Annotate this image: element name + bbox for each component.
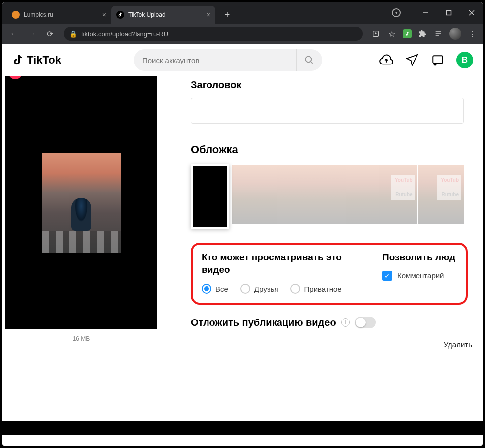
url-text: tiktok.com/upload?lang=ru-RU [81, 30, 168, 38]
radio-icon [290, 284, 300, 294]
radio-icon [240, 284, 250, 294]
lock-icon: 🔒 [69, 30, 77, 38]
reload-button[interactable]: ⟳ [42, 26, 58, 42]
delete-button[interactable]: Удалить [444, 340, 472, 349]
tiktok-header: TikTok В [2, 44, 483, 76]
checkbox-label: Комментарий [397, 271, 444, 280]
tiktok-logo[interactable]: TikTok [12, 54, 61, 66]
account-button[interactable]: ▾ [392, 8, 401, 17]
radio-label: Приватное [304, 285, 342, 293]
cover-strip: YouTub Rutube YouTub Rutube [191, 165, 464, 228]
checkbox-icon: ✓ [382, 271, 392, 281]
menu-icon[interactable]: ⋮ [465, 27, 479, 41]
live-indicator-icon [8, 76, 22, 79]
video-preview-pane: 16 MB [2, 76, 161, 446]
watermark-youtube: YouTub [441, 177, 459, 183]
browser-tab-lumpics[interactable]: Lumpics.ru × [7, 6, 111, 24]
file-size-label: 16 MB [73, 335, 90, 342]
forward-button[interactable]: → [24, 26, 40, 42]
svg-point-8 [306, 57, 312, 63]
allow-section: Позволить люд ✓ Комментарий [382, 252, 457, 294]
privacy-heading: Кто может просматривать это видео [202, 252, 367, 276]
search-box [134, 49, 322, 71]
browser-window: Lumpics.ru × TikTok Upload × + ▾ ← → ⟳ 🔒… [0, 0, 485, 448]
user-avatar[interactable]: В [456, 52, 473, 68]
favicon-lumpics [12, 11, 20, 19]
upload-form: Заголовок Обложка YouTub Rutube YouTub R… [161, 76, 483, 446]
title-label: Заголовок [191, 79, 483, 91]
minimize-button[interactable] [415, 5, 437, 21]
header-actions: В [379, 52, 473, 68]
cover-frame[interactable] [232, 165, 278, 224]
svg-line-9 [311, 62, 313, 64]
svg-rect-10 [433, 56, 443, 63]
privacy-section: Кто может просматривать это видео Все Др… [202, 252, 367, 294]
extensions-icon[interactable] [416, 27, 429, 41]
close-icon[interactable]: × [102, 11, 106, 19]
title-input[interactable] [191, 98, 464, 124]
search-button[interactable] [296, 49, 322, 71]
privacy-option-all[interactable]: Все [202, 284, 228, 294]
reading-list-icon[interactable] [431, 27, 445, 41]
schedule-row: Отложить публикацию видео i [191, 317, 483, 328]
privacy-options: Все Друзья Приватное [202, 284, 367, 294]
upload-content: 16 MB Заголовок Обложка YouTub Rutube Yo… [2, 76, 483, 446]
inbox-icon[interactable] [430, 53, 445, 67]
window-controls: ▾ [392, 2, 483, 24]
bottom-bar [2, 421, 483, 435]
watermark-rutube: Rutube [395, 192, 412, 197]
cover-frame[interactable] [278, 165, 324, 224]
close-icon[interactable]: × [207, 11, 210, 19]
svg-rect-1 [447, 11, 451, 15]
browser-addressbar: ← → ⟳ 🔒 tiktok.com/upload?lang=ru-RU ☆ ⋮ [2, 24, 483, 44]
messages-icon[interactable] [405, 53, 419, 67]
privacy-highlight-box: Кто может просматривать это видео Все Др… [191, 243, 468, 305]
tab-title: Lumpics.ru [24, 11, 98, 18]
new-tab-button[interactable]: + [220, 8, 234, 22]
cover-frame[interactable]: YouTub Rutube [371, 165, 417, 224]
brand-text: TikTok [27, 54, 61, 66]
schedule-toggle[interactable] [355, 317, 376, 328]
radio-label: Друзья [254, 285, 278, 293]
watermark-rutube: Rutube [442, 192, 459, 197]
browser-titlebar: Lumpics.ru × TikTok Upload × + ▾ [2, 2, 483, 24]
browser-tab-tiktok[interactable]: TikTok Upload × [111, 6, 215, 24]
cover-frame[interactable] [325, 165, 371, 224]
back-button[interactable]: ← [6, 26, 22, 42]
radio-icon [202, 284, 211, 294]
maximize-button[interactable] [437, 5, 460, 21]
cover-label: Обложка [191, 143, 483, 156]
profile-avatar[interactable] [449, 28, 461, 40]
url-field[interactable]: 🔒 tiktok.com/upload?lang=ru-RU [64, 27, 363, 41]
info-icon[interactable]: i [341, 318, 350, 327]
schedule-label: Отложить публикацию видео [191, 317, 336, 328]
cover-frame[interactable]: YouTub Rutube [418, 165, 464, 224]
privacy-option-friends[interactable]: Друзья [240, 284, 278, 294]
install-icon[interactable] [369, 27, 383, 41]
watermark-youtube: YouTub [395, 177, 413, 183]
star-icon[interactable]: ☆ [385, 27, 399, 41]
close-window-button[interactable] [460, 5, 483, 21]
upload-icon[interactable] [379, 53, 394, 67]
search-input[interactable] [134, 56, 296, 64]
video-thumbnail [42, 153, 121, 253]
radio-label: Все [215, 285, 228, 293]
tab-title: TikTok Upload [128, 11, 203, 18]
video-preview[interactable] [5, 76, 157, 329]
allow-heading: Позволить люд [382, 252, 457, 264]
cover-frame-selected[interactable] [191, 164, 229, 229]
allow-comment-row[interactable]: ✓ Комментарий [382, 271, 457, 281]
extension-music-icon[interactable] [403, 29, 412, 38]
favicon-tiktok [116, 11, 124, 19]
privacy-option-private[interactable]: Приватное [290, 284, 342, 294]
